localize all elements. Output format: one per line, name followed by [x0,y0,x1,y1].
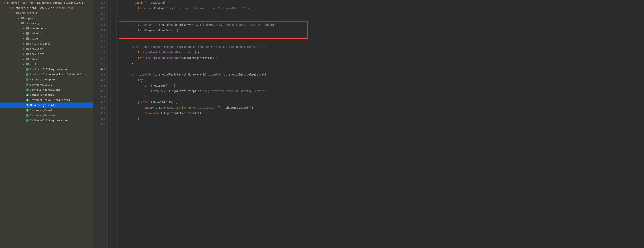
class-icon: C [26,109,29,112]
line-number: 446 [97,94,105,100]
expand-icon[interactable] [8,6,11,10]
tree-class[interactable]: CDiscoveryClient [0,102,93,108]
expand-icon[interactable] [22,48,26,50]
tree-class[interactable]: CAbstractDiscoveryClientOptionalArgs [0,72,93,77]
folder-icon [26,48,29,50]
tree-class[interactable]: CAbstractAzToRegionMapper [0,67,93,72]
code-line[interactable]: } catch (Throwable th) { [118,100,644,105]
tree-class[interactable]: CCacheRefreshedEvent [0,87,93,92]
code-line[interactable]: try { [118,77,644,83]
expand-icon[interactable] [22,63,26,66]
code-line[interactable]: logger.error("Registration error at star… [118,105,644,110]
tree-subpkg[interactable]: shared [0,56,93,62]
tree-subpkg[interactable]: internal.util [0,41,93,46]
code-line[interactable] [118,16,644,22]
code-line[interactable]: throw new IllegalStateException("Registr… [118,88,644,94]
class-icon: C [26,119,29,122]
tree-label: shared [30,58,40,60]
code-line[interactable]: if (!register() ) { [118,83,644,88]
line-number: 434 [97,28,105,33]
tree-label: AbstractAzToRegionMapper [30,68,68,71]
class-icon: I [26,83,29,86]
expand-icon[interactable] [22,42,26,45]
tree-jar[interactable]: ▯ eureka-client-1.9.17.jar library root [0,5,93,10]
tree-label: DNSBasedAzToRegionMapper [30,119,68,122]
tree-label: DefaultEurekaClientConfig [30,98,70,102]
tree-hint: library root [56,6,74,10]
tree-subpkg[interactable]: endpoint [0,31,93,36]
tree-pkg-discovery[interactable]: discovery [0,21,93,26]
tree-class[interactable]: CDiscoveryEvent [0,108,93,113]
line-number: 430 [97,6,105,11]
code-editor[interactable]: 4294304314324334344354364374384394404414… [93,0,644,248]
code-line[interactable]: // call and execute the pre registration… [118,44,644,50]
tree-label: converters [30,27,46,30]
app-root: ▮▮ Maven: com.netflix.eureka:eureka-clie… [0,0,644,248]
tree-class[interactable]: CDefaultEurekaClientConfig [0,98,93,102]
expand-icon[interactable] [22,37,26,40]
expand-icon[interactable] [13,12,16,14]
code-line[interactable]: } [118,122,644,127]
tree-pkg-appinfo[interactable]: appinfo [0,16,93,21]
code-line[interactable]: throw new RuntimeException("Failed to in… [118,6,644,11]
library-icon: ▮▮ [6,1,10,4]
expand-icon[interactable] [22,32,26,35]
expand-icon[interactable] [22,58,26,60]
folder-icon [16,12,19,14]
tree-class[interactable]: CCommonConstants [0,92,93,98]
line-number: 433 [97,22,105,28]
expand-icon[interactable] [18,17,20,20]
tree-label: guice [30,37,38,40]
tree-label: DiscoveryEvent [30,109,52,112]
tree-subpkg[interactable]: provider [0,46,93,51]
code-line[interactable]: } catch (Throwable e) { [118,0,644,6]
tree-subpkg[interactable]: guice [0,36,93,41]
expand-icon[interactable] [18,22,20,25]
class-icon: C [26,68,29,71]
expand-icon[interactable] [22,52,26,56]
code-line[interactable] [118,66,644,72]
tree-maven-root[interactable]: ▮▮ Maven: com.netflix.eureka:eureka-clie… [0,0,93,5]
code-line[interactable]: if (this.preRegistrationHandler != null)… [118,50,644,55]
project-tree[interactable]: ▮▮ Maven: com.netflix.eureka:eureka-clie… [0,0,93,248]
code-area[interactable]: } catch (Throwable e) { throw new Runtim… [117,0,644,248]
expand-icon[interactable] [22,27,26,30]
line-number: 442 [97,72,105,77]
code-line[interactable]: } [118,11,644,16]
tree-class[interactable]: IAzToRegionMapper [0,77,93,82]
tree-class[interactable]: CDNSBasedAzToRegionMapper [0,118,93,123]
tree-class[interactable]: CDiscoveryManager [0,113,93,118]
folder-icon [26,63,29,65]
code-line[interactable]: } [118,94,644,100]
code-line[interactable]: throw new IllegalStateException(th); [118,110,644,116]
tree-label: AzToRegionMapper [30,78,56,81]
folder-icon [26,58,29,60]
line-gutter: 4294304314324334344354364374384394404414… [93,0,108,248]
line-number: 435 [97,33,105,39]
line-number: 450 [97,116,105,122]
tree-label: Maven: com.netflix.eureka:eureka-client:… [11,1,85,4]
tree-subpkg[interactable]: converters [0,26,93,31]
expand-icon[interactable] [3,1,6,4]
line-number: 436 [97,39,105,44]
line-number: 440 [97,61,105,66]
tree-label: endpoint [30,32,43,35]
selected-highlight: DiscoveryClient [29,103,56,107]
tree-pkg-root[interactable]: com.netflix [0,10,93,16]
jar-icon: ▯ [11,6,14,10]
tree-label: CommonConstants [30,93,54,96]
code-line[interactable]: this.preRegistrationHandler.beforeRegist… [118,55,644,61]
tree-subpkg[interactable]: providers [0,51,93,56]
class-icon: C [26,99,29,102]
code-line[interactable]: } [118,116,644,122]
tree-label: internal.util [30,42,51,45]
folder-icon [26,53,29,55]
code-line[interactable] [118,39,644,44]
code-line[interactable]: } [118,61,644,66]
tree-label: AbstractDiscoveryClientOptionalArgs [30,73,86,76]
class-icon: C [26,104,29,106]
code-line[interactable]: if (clientConfig.shouldRegisterWithEurek… [118,72,644,77]
tree-subpkg[interactable]: util [0,62,93,67]
tree-class[interactable]: IBackupRegistry [0,82,93,87]
tree-label: com.netflix [20,12,38,14]
